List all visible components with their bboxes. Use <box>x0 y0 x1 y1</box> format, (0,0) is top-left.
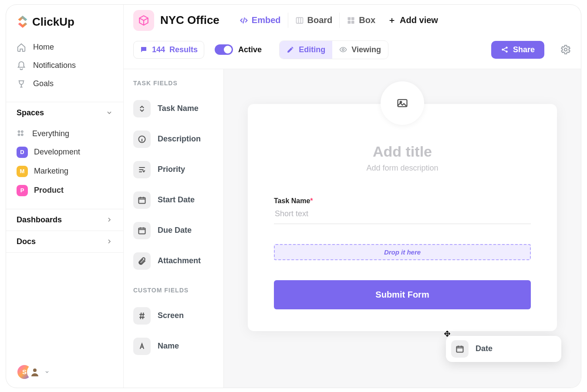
mode-segment: Editing Viewing <box>279 40 388 59</box>
active-toggle[interactable] <box>215 44 233 55</box>
view-tab-embed[interactable]: Embed <box>233 13 288 28</box>
share-button-label: Share <box>513 45 535 54</box>
mode-editing[interactable]: Editing <box>280 41 332 59</box>
svg-point-10 <box>342 49 344 51</box>
hash-icon <box>133 307 151 325</box>
svg-rect-7 <box>351 17 354 20</box>
mode-viewing[interactable]: Viewing <box>332 41 388 59</box>
results-pill[interactable]: 144 Results <box>133 41 204 59</box>
section-dashboards-label: Dashboards <box>17 215 62 224</box>
view-tab-board[interactable]: Board <box>288 13 340 28</box>
space-development[interactable]: D Development <box>6 143 123 162</box>
results-label: Results <box>169 45 198 54</box>
add-view-button[interactable]: Add view <box>382 13 444 28</box>
space-label: Development <box>34 147 80 157</box>
project-avatar[interactable] <box>133 10 154 31</box>
field-start-date[interactable]: Start Date <box>133 185 223 215</box>
field-priority[interactable]: Priority <box>133 154 223 185</box>
grid-icon <box>17 129 26 139</box>
svg-rect-6 <box>348 17 351 20</box>
nav-home[interactable]: Home <box>6 38 123 57</box>
box-icon <box>138 15 149 26</box>
attachment-icon <box>133 252 151 270</box>
fields-panel: Task Fields Task Name Description <box>124 69 224 388</box>
svg-point-11 <box>502 49 504 51</box>
sort-icon <box>133 100 151 117</box>
avatar-stack: S <box>17 364 41 380</box>
user-switcher[interactable]: S <box>6 356 123 388</box>
form-canvas: Add title Add form description Task Name… <box>224 69 581 388</box>
form-image-button[interactable] <box>381 81 424 125</box>
section-docs[interactable]: Docs <box>6 231 123 253</box>
field-screen[interactable]: Screen <box>133 301 223 331</box>
nav-goals-label: Goals <box>33 79 54 88</box>
svg-point-3 <box>21 134 23 136</box>
field-description[interactable]: Description <box>133 124 223 154</box>
form-title-input[interactable]: Add title <box>274 143 531 160</box>
app-window: ClickUp Home Notifications Goals Spaces <box>6 5 581 388</box>
svg-rect-9 <box>351 20 354 23</box>
svg-point-13 <box>506 50 508 53</box>
dragging-field-chip[interactable]: Date <box>446 336 561 362</box>
space-chip: M <box>17 166 28 177</box>
embed-icon <box>240 16 248 25</box>
field-task-name[interactable]: Task Name <box>133 94 223 124</box>
trophy-icon <box>17 79 26 89</box>
section-spaces[interactable]: Spaces <box>6 102 123 124</box>
grid-icon <box>347 16 355 25</box>
form-field-task-name: Task Name* <box>274 197 531 224</box>
submit-button[interactable]: Submit Form <box>274 280 531 309</box>
field-label: Due Date <box>158 226 192 235</box>
drop-zone[interactable]: Drop it here <box>274 244 531 260</box>
svg-rect-16 <box>139 198 145 203</box>
sidebar: ClickUp Home Notifications Goals Spaces <box>6 5 124 388</box>
nav-primary: Home Notifications Goals <box>6 37 123 102</box>
nav-goals[interactable]: Goals <box>6 75 123 93</box>
move-icon[interactable] <box>444 330 451 337</box>
user-avatar <box>27 364 43 380</box>
settings-button[interactable] <box>560 44 571 55</box>
brand[interactable]: ClickUp <box>6 5 123 37</box>
space-marketing[interactable]: M Marketing <box>6 162 123 181</box>
home-icon <box>17 43 26 52</box>
priority-icon <box>133 161 151 178</box>
svg-point-0 <box>18 131 20 132</box>
chevron-down-icon <box>44 369 50 375</box>
mode-editing-label: Editing <box>299 45 325 54</box>
view-tab-box[interactable]: Box <box>339 13 382 28</box>
field-label: Priority <box>158 165 185 174</box>
brand-name: ClickUp <box>32 15 74 29</box>
field-label: Name <box>158 342 179 351</box>
space-product[interactable]: P Product <box>6 181 123 200</box>
field-label: Description <box>158 134 201 144</box>
field-name[interactable]: Name <box>133 331 223 362</box>
spaces-list: Everything D Development M Marketing P P… <box>6 124 123 209</box>
image-icon <box>396 97 408 109</box>
calendar-icon <box>133 191 151 209</box>
field-attachment[interactable]: Attachment <box>133 246 223 276</box>
project-title: NYC Office <box>160 13 219 27</box>
svg-rect-5 <box>296 17 303 23</box>
space-chip: P <box>17 185 28 196</box>
view-tab-label: Box <box>359 15 375 25</box>
space-label: Marketing <box>34 167 68 176</box>
section-dashboards[interactable]: Dashboards <box>6 209 123 231</box>
active-toggle-label: Active <box>238 45 262 54</box>
workspace: Task Fields Task Name Description <box>124 69 581 388</box>
field-due-date[interactable]: Due Date <box>133 215 223 246</box>
form-card: Add title Add form description Task Name… <box>248 104 557 331</box>
main: NYC Office Embed Board Box Add view <box>124 5 581 388</box>
svg-point-14 <box>564 48 567 51</box>
custom-fields-heading: Custom Fields <box>133 287 223 294</box>
space-everything[interactable]: Everything <box>6 125 123 143</box>
dragging-field-label: Date <box>476 344 493 353</box>
share-button[interactable]: Share <box>491 41 544 59</box>
task-name-input[interactable] <box>274 205 531 224</box>
svg-point-1 <box>21 131 23 132</box>
field-label: Screen <box>158 311 184 320</box>
nav-notifications[interactable]: Notifications <box>6 57 123 75</box>
nav-home-label: Home <box>33 43 54 52</box>
svg-point-12 <box>506 47 508 49</box>
chat-icon <box>140 46 148 54</box>
form-description-input[interactable]: Add form description <box>274 164 531 173</box>
